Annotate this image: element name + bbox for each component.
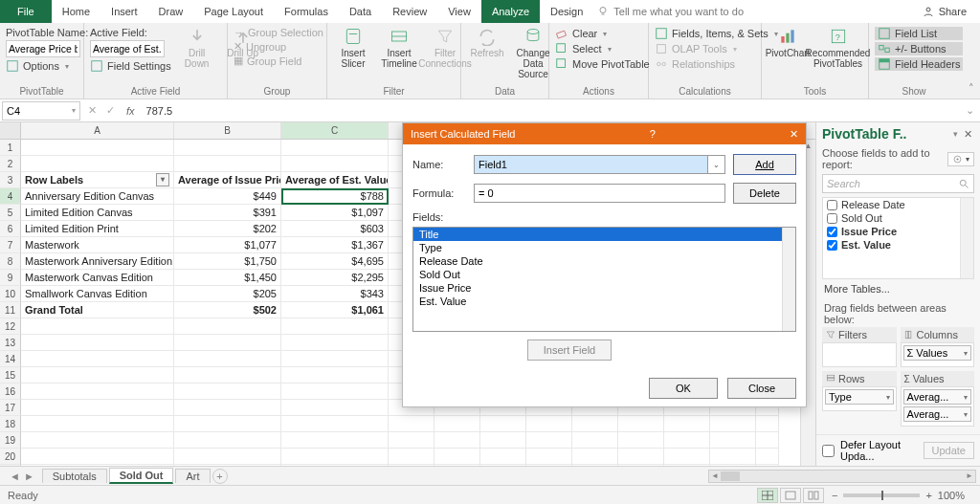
cell[interactable] — [572, 432, 618, 449]
cell[interactable] — [618, 416, 664, 432]
group-field-button[interactable]: ▦Group Field — [234, 55, 323, 67]
view-page-break-button[interactable] — [803, 488, 824, 503]
field-item[interactable]: Sold Out — [823, 211, 973, 225]
fields-items-sets-button[interactable]: Fields, Items, & Sets▾ — [655, 27, 778, 40]
pivottable-options-button[interactable]: Options▾ — [6, 59, 88, 73]
insert-slicer-button[interactable]: Insert Slicer — [333, 27, 373, 86]
sheet-nav-prev[interactable]: ◄ — [10, 471, 20, 482]
row-header[interactable]: 15 — [0, 367, 21, 383]
relationships-button[interactable]: Relationships — [655, 57, 778, 71]
tab-analyze[interactable]: Analyze — [481, 0, 540, 23]
sheet-tab[interactable]: Subtotals — [42, 469, 107, 483]
row-header[interactable]: 10 — [0, 286, 21, 302]
dialog-name-dropdown[interactable]: ⌄ — [708, 155, 725, 174]
cell[interactable]: $2,295 — [281, 270, 389, 286]
cell[interactable] — [572, 449, 618, 465]
row-header[interactable]: 20 — [0, 449, 21, 465]
cell[interactable]: $449 — [174, 188, 281, 205]
sheet-tab[interactable]: Art — [175, 469, 210, 483]
cell[interactable] — [281, 140, 389, 156]
fieldlist-scrollbar[interactable] — [960, 198, 973, 278]
cell[interactable]: Anniversary Edition Canvas — [21, 188, 174, 205]
dialog-add-button[interactable]: Add — [733, 154, 796, 175]
cell[interactable]: $1,367 — [281, 237, 389, 253]
dialog-titlebar[interactable]: Insert Calculated Field ? ✕ — [403, 123, 806, 144]
cell[interactable] — [389, 449, 434, 465]
accept-formula-icon[interactable]: ✓ — [106, 104, 115, 117]
row-header[interactable]: 17 — [0, 400, 21, 416]
cell[interactable]: $205 — [174, 286, 281, 302]
cell[interactable] — [664, 416, 710, 432]
row-header[interactable]: 12 — [0, 318, 21, 335]
select-button[interactable]: Select▾ — [555, 42, 650, 55]
select-all-corner[interactable] — [0, 122, 21, 139]
active-field-input[interactable] — [90, 40, 165, 57]
list-item[interactable]: Type — [413, 241, 795, 254]
collapse-ribbon-button[interactable]: ˄ — [969, 82, 974, 95]
cell[interactable]: $603 — [281, 221, 389, 237]
cell[interactable]: Average of Est. Value — [281, 172, 389, 188]
area-filters[interactable]: Filters — [822, 327, 897, 367]
cell[interactable] — [434, 416, 480, 432]
cell[interactable]: $4,695 — [281, 253, 389, 270]
field-settings-button[interactable]: Field Settings — [90, 59, 171, 73]
cell[interactable] — [526, 416, 572, 432]
fieldpane-field-list[interactable]: Release Date Sold Out Issue Price Est. V… — [822, 197, 974, 279]
cell[interactable] — [710, 449, 756, 465]
cell[interactable] — [281, 335, 389, 351]
cell[interactable] — [174, 351, 281, 367]
field-checkbox[interactable] — [827, 227, 837, 237]
cell[interactable] — [174, 367, 281, 383]
pivotchart-button[interactable]: PivotChart — [768, 27, 808, 86]
fieldpane-layout-button[interactable]: ▾ — [947, 152, 974, 166]
horizontal-scrollbar[interactable]: ◄► — [708, 470, 976, 483]
fx-button[interactable]: fx — [121, 105, 141, 117]
view-normal-button[interactable] — [757, 488, 778, 503]
cell[interactable] — [21, 400, 174, 416]
area-chip[interactable]: Σ Values▾ — [903, 345, 972, 361]
area-chip[interactable]: Type▾ — [825, 389, 894, 405]
list-item[interactable]: Sold Out — [413, 268, 795, 281]
cell[interactable] — [281, 318, 389, 335]
cell[interactable] — [21, 335, 174, 351]
dialog-delete-button[interactable]: Delete — [733, 183, 796, 204]
row-header[interactable]: 16 — [0, 383, 21, 400]
tab-page-layout[interactable]: Page Layout — [193, 0, 274, 23]
cell[interactable] — [434, 449, 480, 465]
cell[interactable] — [756, 449, 779, 465]
zoom-slider[interactable] — [843, 493, 920, 497]
cell[interactable] — [618, 465, 664, 466]
cell[interactable] — [434, 465, 480, 466]
row-header[interactable]: 2 — [0, 156, 21, 172]
cell[interactable] — [21, 383, 174, 400]
tab-design[interactable]: Design — [540, 0, 593, 23]
pivottable-name-input[interactable] — [6, 40, 80, 57]
cell[interactable] — [526, 449, 572, 465]
fieldpane-dropdown[interactable]: ▾ — [953, 129, 958, 139]
cell[interactable]: Masterwork — [21, 237, 174, 253]
cell[interactable] — [174, 432, 281, 449]
cell[interactable] — [526, 465, 572, 466]
col-header-c[interactable]: C — [281, 122, 389, 139]
cell[interactable] — [21, 432, 174, 449]
cell[interactable]: $1,750 — [174, 253, 281, 270]
insert-timeline-button[interactable]: Insert Timeline — [379, 27, 419, 86]
dialog-insert-field-button[interactable]: Insert Field — [527, 340, 612, 361]
cell[interactable] — [480, 449, 526, 465]
cell[interactable] — [174, 156, 281, 172]
cell[interactable]: Limited Edition Canvas — [21, 205, 174, 221]
cell[interactable] — [618, 449, 664, 465]
tell-me-search[interactable]: Tell me what you want to do — [597, 6, 744, 17]
filter-connections-button[interactable]: Filter Connections — [425, 27, 465, 86]
row-header[interactable]: 3 — [0, 172, 21, 188]
field-checkbox[interactable] — [827, 240, 837, 251]
cell[interactable]: Average of Issue Price — [174, 172, 281, 188]
cell[interactable] — [710, 416, 756, 432]
cell[interactable] — [21, 367, 174, 383]
cell[interactable]: $1,077 — [174, 237, 281, 253]
row-header[interactable]: 14 — [0, 351, 21, 367]
list-item[interactable]: Release Date — [413, 254, 795, 268]
field-item[interactable]: Est. Value — [823, 238, 973, 252]
row-labels-dropdown[interactable]: ▾ — [156, 173, 169, 186]
cell[interactable]: $1,061 — [281, 302, 389, 318]
